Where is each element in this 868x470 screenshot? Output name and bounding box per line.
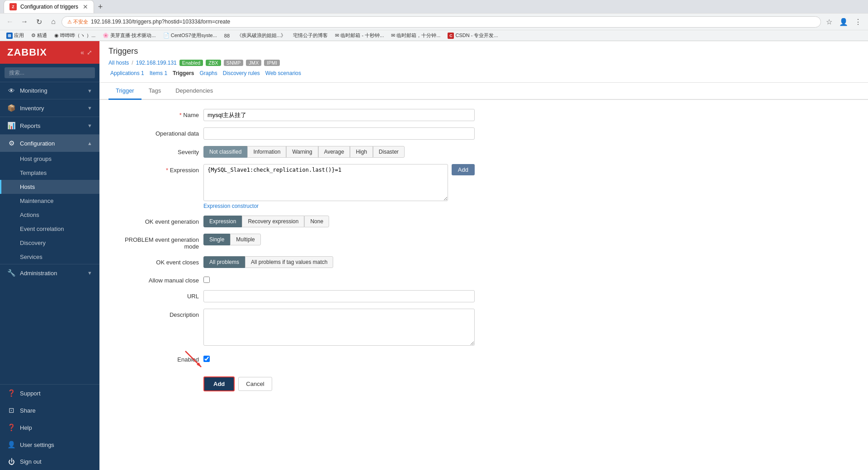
severity-high[interactable]: High bbox=[350, 146, 373, 158]
expression-control: {MySQL_Slave1:check_replication.last()}=… bbox=[203, 164, 475, 209]
ok-closes-tag-match[interactable]: All problems if tag values match bbox=[245, 256, 333, 268]
form-tab-dependencies[interactable]: Dependencies bbox=[168, 83, 220, 100]
bookmark-3[interactable]: ◉ 哗哗哗（ヽ ）... bbox=[52, 31, 98, 40]
bookmark-10[interactable]: ✉ 临时邮箱，十分钟... bbox=[388, 31, 443, 40]
host-tab-discovery[interactable]: Discovery rules bbox=[221, 70, 262, 77]
expression-add-btn[interactable]: Add bbox=[452, 164, 475, 175]
severity-disaster[interactable]: Disaster bbox=[373, 146, 405, 158]
administration-icon: 🔧 bbox=[7, 269, 15, 277]
bookmark-9[interactable]: ✉ 临时邮箱 - 十秒钟... bbox=[332, 31, 387, 40]
bookmark-6[interactable]: 88 bbox=[222, 32, 232, 39]
ok-event-recovery[interactable]: Recovery expression bbox=[242, 216, 304, 227]
subnav-host-groups[interactable]: Host groups bbox=[0, 152, 99, 166]
back-btn[interactable]: ← bbox=[4, 15, 16, 28]
nav-item-monitoring[interactable]: 👁 Monitoring ▼ bbox=[0, 82, 99, 99]
breadcrumb: All hosts / 192.168.199.131 Enabled ZBX … bbox=[108, 60, 859, 66]
ok-event-label: OK event generation bbox=[108, 216, 199, 225]
breadcrumb-host-ip[interactable]: 192.168.199.131 bbox=[136, 60, 177, 66]
name-required: * bbox=[179, 112, 182, 118]
url-text: 192.168.199.130/triggers.php?hostid=1033… bbox=[91, 19, 230, 25]
bookmark-apps[interactable]: ⊞ 应用 bbox=[4, 31, 27, 40]
host-tab-graphs[interactable]: Graphs bbox=[198, 70, 219, 77]
address-bar[interactable]: ⚠ 不安全 192.168.199.130/triggers.php?hosti… bbox=[61, 16, 821, 28]
name-control bbox=[203, 109, 475, 121]
bookmark-2[interactable]: ⚙ 精通 bbox=[28, 31, 50, 40]
problem-event-multiple[interactable]: Multiple bbox=[230, 234, 260, 245]
severity-average[interactable]: Average bbox=[318, 146, 350, 158]
nav-item-support[interactable]: ❓ Support bbox=[0, 385, 99, 402]
nav-label-reports: Reports bbox=[20, 122, 41, 129]
problem-event-single[interactable]: Single bbox=[203, 234, 230, 245]
subnav-actions[interactable]: Actions bbox=[0, 208, 99, 222]
nav-inventory: 📦 Inventory ▼ bbox=[0, 99, 99, 117]
submit-add-btn[interactable]: Add bbox=[203, 376, 235, 391]
breadcrumb-all-hosts[interactable]: All hosts bbox=[108, 60, 129, 66]
operational-data-input[interactable] bbox=[203, 127, 475, 140]
expression-constructor-link[interactable]: Expression constructor bbox=[203, 203, 475, 209]
subnav-services[interactable]: Services bbox=[0, 250, 99, 264]
host-tab-web[interactable]: Web scenarios bbox=[264, 70, 303, 77]
proto-snmp[interactable]: SNMP bbox=[224, 60, 244, 66]
host-tabs: Applications 1 Items 1 Triggers Graphs D… bbox=[108, 70, 859, 77]
ok-event-none[interactable]: None bbox=[304, 216, 329, 227]
sidebar-expand-btn[interactable]: ⤢ bbox=[87, 49, 92, 56]
name-input[interactable] bbox=[203, 109, 475, 121]
nav-item-help[interactable]: ❓ Help bbox=[0, 419, 99, 436]
subnav-templates[interactable]: Templates bbox=[0, 166, 99, 180]
support-icon: ❓ bbox=[7, 389, 15, 397]
severity-warning[interactable]: Warning bbox=[286, 146, 318, 158]
proto-ipmi[interactable]: IPMI bbox=[264, 60, 280, 66]
nav-item-signout[interactable]: ⏻ Sign out bbox=[0, 453, 99, 470]
menu-btn[interactable]: ⋮ bbox=[852, 15, 864, 28]
nav-item-inventory[interactable]: 📦 Inventory ▼ bbox=[0, 99, 99, 117]
expression-row: {MySQL_Slave1:check_replication.last()}=… bbox=[203, 164, 475, 201]
form-body: * Name Operational data Severity bbox=[99, 100, 868, 470]
expression-textarea[interactable]: {MySQL_Slave1:check_replication.last()}=… bbox=[203, 164, 448, 201]
nav-label-monitoring: Monitoring bbox=[20, 87, 47, 94]
active-tab[interactable]: Z Configuration of triggers ✕ bbox=[4, 0, 94, 13]
ok-closes-all-problems[interactable]: All problems bbox=[203, 256, 245, 268]
bookmark-7[interactable]: 《疾风破浪的姐姐...》 bbox=[234, 31, 288, 40]
proto-zbx[interactable]: ZBX bbox=[206, 60, 221, 66]
url-input[interactable] bbox=[203, 290, 475, 302]
account-btn[interactable]: 👤 bbox=[837, 15, 850, 28]
severity-information[interactable]: Information bbox=[247, 146, 286, 158]
subnav-maintenance[interactable]: Maintenance bbox=[0, 194, 99, 208]
nav-item-user-settings[interactable]: 👤 User settings bbox=[0, 436, 99, 453]
ok-event-expression[interactable]: Expression bbox=[203, 216, 242, 227]
nav-administration: 🔧 Administration ▼ bbox=[0, 264, 99, 282]
bookmark-btn[interactable]: ☆ bbox=[823, 15, 835, 28]
sidebar-collapse-btn[interactable]: « bbox=[80, 49, 84, 56]
new-tab-btn[interactable]: + bbox=[94, 0, 107, 13]
nav-item-reports[interactable]: 📊 Reports ▼ bbox=[0, 117, 99, 134]
host-tab-items[interactable]: Items 1 bbox=[148, 70, 169, 77]
host-tab-triggers[interactable]: Triggers bbox=[171, 70, 196, 77]
nav-item-administration[interactable]: 🔧 Administration ▼ bbox=[0, 264, 99, 282]
host-tab-applications[interactable]: Applications 1 bbox=[108, 70, 146, 77]
form-tab-trigger[interactable]: Trigger bbox=[108, 83, 142, 100]
form-tab-tags[interactable]: Tags bbox=[142, 83, 168, 100]
bookmark-4[interactable]: 🌸 美芽直播·技术驱动... bbox=[100, 31, 158, 40]
subnav-discovery[interactable]: Discovery bbox=[0, 236, 99, 250]
page-header: Triggers All hosts / 192.168.199.131 Ena… bbox=[99, 41, 868, 83]
subnav-hosts[interactable]: Hosts bbox=[0, 180, 99, 194]
forward-btn[interactable]: → bbox=[18, 15, 31, 28]
bookmark-csdn[interactable]: C CSDN - 专业开发... bbox=[445, 31, 500, 40]
tab-close-btn[interactable]: ✕ bbox=[83, 3, 88, 10]
tab-title: Configuration of triggers bbox=[20, 4, 78, 10]
cancel-btn[interactable]: Cancel bbox=[238, 377, 272, 391]
nav-item-configuration[interactable]: ⚙ Configuration ▲ bbox=[0, 135, 99, 152]
allow-manual-close-checkbox[interactable] bbox=[203, 277, 210, 283]
description-textarea[interactable] bbox=[203, 309, 475, 346]
proto-jmx[interactable]: JMX bbox=[246, 60, 261, 66]
subnav-event-correlation[interactable]: Event correlation bbox=[0, 222, 99, 236]
bookmark-8[interactable]: 宅情公子的博客 bbox=[290, 31, 330, 40]
severity-not-classified[interactable]: Not classified bbox=[203, 146, 247, 158]
nav-item-share[interactable]: ⊡ Share bbox=[0, 402, 99, 419]
home-btn[interactable]: ⌂ bbox=[47, 15, 60, 28]
bookmark-5[interactable]: 📄 CentOS7使用syste... bbox=[160, 31, 220, 40]
refresh-btn[interactable]: ↻ bbox=[33, 15, 45, 28]
browser-nav: ← → ↻ ⌂ ⚠ 不安全 192.168.199.130/triggers.p… bbox=[0, 13, 868, 30]
form-row-ok-event: OK event generation Expression Recovery … bbox=[108, 216, 859, 227]
sidebar-search-input[interactable] bbox=[5, 67, 95, 78]
